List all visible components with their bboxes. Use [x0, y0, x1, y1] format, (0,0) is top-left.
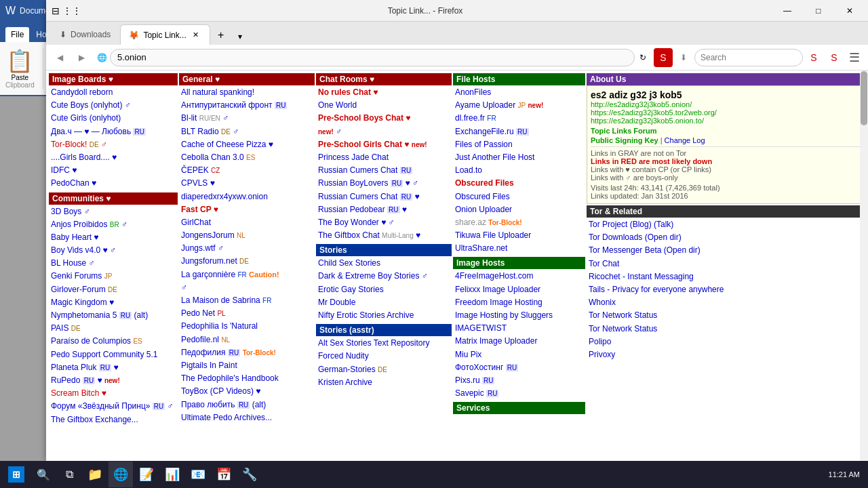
list-item[interactable]: Matrix Image Uploader [454, 335, 585, 348]
refresh-btn[interactable]: ↻ [635, 53, 651, 62]
list-item[interactable]: Paraíso de Columpios ES [50, 335, 177, 348]
list-item[interactable]: Russian BoyLovers RU ♥ ♂ [317, 177, 451, 190]
url-input[interactable] [110, 49, 635, 66]
list-item[interactable]: Ricochet - Instant Messaging [587, 270, 865, 283]
list-item[interactable]: Pre-School Boys Chat ♥ [317, 112, 451, 125]
general-header[interactable]: General ♥ [179, 73, 315, 85]
list-item[interactable]: ФотоХостинг RU [454, 361, 585, 374]
change-log-link[interactable]: Change Log [665, 136, 705, 144]
list-item[interactable]: The Giftbox Exchange... [50, 413, 177, 426]
browser-close-btn[interactable]: ✕ [834, 0, 865, 22]
bl-house-item[interactable]: BL House ♂ [50, 257, 177, 270]
about-link-3[interactable]: https://es2adizg32j3kob5.onion.to/ [591, 117, 861, 125]
list-item[interactable]: 3D Boys ♂ [50, 205, 177, 218]
list-item[interactable]: Nifty Erotic Stories Archive [317, 309, 451, 322]
list-item[interactable]: Princess Jade Chat [317, 151, 451, 164]
browser-maximize-btn[interactable]: □ [803, 0, 834, 22]
list-item[interactable]: share.az Tor-Block! [454, 216, 585, 229]
list-item[interactable]: Pedofile.nl NL [180, 333, 314, 346]
list-item[interactable]: Tails - Privacy for everyone anywhere [587, 283, 865, 296]
list-item[interactable]: Право любить RU (alt) [180, 399, 314, 411]
list-item[interactable]: Ayame Uploader JP new! [454, 99, 585, 112]
mail-btn[interactable]: 📧 [186, 462, 210, 487]
list-item[interactable]: Whonix [587, 296, 865, 309]
list-item[interactable]: Jungs.wtf ♂ [180, 242, 314, 255]
list-item[interactable]: Privoxy [587, 348, 865, 361]
list-item[interactable]: IMAGETWIST [454, 322, 585, 335]
list-item[interactable]: Load.to [454, 164, 585, 177]
list-item[interactable]: One World [317, 99, 451, 112]
list-item[interactable]: Dark & Extreme Boy Stories ♂ [317, 270, 451, 283]
topic-tab-close[interactable]: ✕ [191, 30, 201, 41]
tab-list-btn[interactable]: ▾ [232, 28, 248, 45]
list-item[interactable]: Magic Kingdom ♥ [50, 296, 177, 309]
about-header[interactable]: About Us [587, 73, 865, 85]
explorer-btn[interactable]: 📁 [83, 462, 107, 487]
list-item[interactable]: Tor-Block! DE ♂ [50, 138, 177, 151]
list-item[interactable]: Kristen Archive [317, 376, 451, 389]
list-item[interactable]: UltraShare.net [454, 242, 585, 255]
list-item[interactable]: Ultimate Pedo Archives... [180, 411, 314, 424]
list-item[interactable]: Scream Bitch ♥ [50, 387, 177, 400]
list-item[interactable]: La Maison de Sabrina FR [180, 294, 314, 307]
list-item[interactable]: Cute Girls (onlyhot) [50, 112, 177, 125]
list-item[interactable]: JongensJorum NL [180, 229, 314, 242]
list-item[interactable]: Savepic RU [454, 387, 585, 400]
list-item[interactable]: BLT Radio DE ♂ [180, 125, 314, 138]
menu-btn[interactable]: ☰ [845, 48, 864, 67]
addon-icon1[interactable]: S [804, 48, 823, 67]
file-hosts-header[interactable]: File Hosts [453, 73, 585, 85]
list-item[interactable]: ToyBox (CP Videos) ♥ [180, 385, 314, 398]
new-tab-btn[interactable]: + [212, 26, 231, 45]
list-item[interactable]: Just Another File Host [454, 151, 585, 164]
list-item[interactable]: Child Sex Stories [317, 257, 451, 270]
list-item[interactable]: ....Girls Board.... ♥ [50, 151, 177, 164]
list-item[interactable]: Nymphetomania 5 RU (alt) [50, 309, 177, 322]
forward-btn[interactable]: ▶ [72, 48, 91, 67]
list-item[interactable]: PedoChan ♥ [50, 177, 177, 190]
list-item[interactable]: Tor Downloads (Open dir) [587, 231, 865, 244]
list-item[interactable]: Tor Network Status [587, 323, 865, 336]
list-item[interactable]: Forced Nudity [317, 350, 451, 363]
list-item[interactable]: Tor Messenger Beta (Open dir) [587, 244, 865, 257]
task-view-btn[interactable]: ⧉ [57, 462, 81, 487]
paste-icon[interactable]: 📋 [6, 48, 33, 74]
list-item[interactable]: Felixxx Image Uploader [454, 283, 585, 296]
scrollbar-thumb[interactable] [861, 71, 867, 125]
about-link-2[interactable]: https://es2adizg32j3kob5.tor2web.org/ [591, 108, 861, 117]
security-icon[interactable]: S [654, 48, 673, 67]
calendar-btn[interactable]: 📅 [212, 462, 236, 487]
public-signing-key-link[interactable]: Public Signing Key [591, 136, 658, 144]
list-item[interactable]: Russian Cumers Chat RU [317, 164, 451, 177]
list-item[interactable]: 4FreeImageHost.com [454, 270, 585, 283]
list-item[interactable]: All natural spanking! [180, 86, 314, 99]
list-item[interactable]: Tor Chat [587, 258, 865, 270]
list-item[interactable]: Anjos Proibidos BR ♂ [50, 218, 177, 231]
list-item[interactable]: Pedophilia Is 'Natural [180, 320, 314, 333]
browser-minimize-btn[interactable]: — [772, 0, 803, 22]
browser-grid-icon[interactable]: ⋮⋮ [65, 4, 79, 18]
word-taskbar-btn[interactable]: 📝 [134, 462, 159, 487]
list-item[interactable]: Girlover-Forum DE [50, 283, 177, 296]
list-item[interactable]: Cute Boys (onlyhot) ♂ [50, 99, 177, 112]
list-item[interactable]: Genki Forums JP [50, 270, 177, 283]
list-item[interactable]: Pedo Net PL [180, 307, 314, 320]
list-item[interactable]: Cebolla Chan 3.0 ES [180, 151, 314, 164]
communities-header[interactable]: Communities ♥ [49, 192, 178, 205]
list-item[interactable]: German-Stories DE [317, 363, 451, 376]
list-item[interactable]: dl.free.fr FR [454, 112, 585, 125]
list-item[interactable]: CPVLS ♥ [180, 177, 314, 190]
list-item[interactable]: Russian Cumers Chat RU ♥ [317, 190, 451, 203]
image-boards-header[interactable]: Image Boards ♥ [49, 73, 178, 85]
list-item[interactable]: Planeta Pluk RU ♥ [50, 361, 177, 374]
list-item[interactable]: No rules Chat ♥ [317, 86, 451, 99]
list-item[interactable]: Erotic Gay Stories [317, 283, 451, 296]
start-button[interactable]: ⊞ [3, 462, 30, 487]
list-item[interactable]: Pigtails In Paint [180, 359, 314, 372]
list-item[interactable]: AnonFiles [454, 86, 585, 99]
list-item[interactable]: Image Hosting by Sluggers [454, 309, 585, 322]
browser-menu-icon[interactable]: ⊟ [49, 4, 62, 18]
list-item[interactable]: ČEPEK CZ [180, 164, 314, 177]
list-item[interactable]: Russian Pedobear RU ♥ [317, 203, 451, 216]
topic-tab[interactable]: 🦊 Topic Link... ✕ [120, 24, 210, 45]
